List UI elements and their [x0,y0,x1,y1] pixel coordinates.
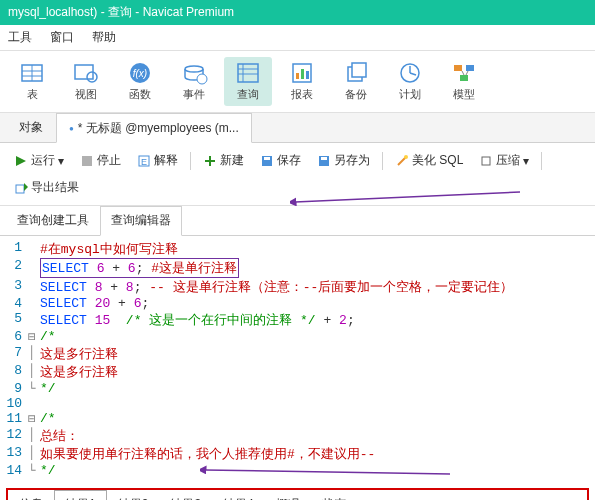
menu-bar: 工具 窗口 帮助 [0,25,595,51]
sql-editor[interactable]: 1 #在mysql中如何写注释 2 SELECT 6 + 6; #这是单行注释 … [0,236,595,482]
result-tab-4[interactable]: 结果4 [212,490,265,500]
menu-window[interactable]: 窗口 [50,29,74,46]
svg-line-27 [466,71,468,75]
svg-marker-42 [24,183,28,191]
svg-line-22 [410,73,416,75]
svg-marker-28 [16,156,26,166]
svg-point-8 [185,66,203,72]
beautify-button[interactable]: 美化 SQL [389,149,469,172]
backup-icon [342,61,370,85]
query-icon [234,61,262,85]
toolbar-backup[interactable]: 备份 [332,57,380,106]
toolbar-query[interactable]: 查询 [224,57,272,106]
result-tab-1[interactable]: 结果1 [54,490,107,500]
query-action-bar: 运行▾ 停止 E解释 新建 保存 另存为 美化 SQL 压缩▾ 导出结果 [0,143,595,206]
model-icon [450,61,478,85]
result-tab-3[interactable]: 结果3 [159,490,212,500]
toolbar-report[interactable]: 报表 [278,57,326,106]
save-button[interactable]: 保存 [254,149,307,172]
table-icon [18,61,46,85]
event-icon [180,61,208,85]
svg-rect-15 [296,73,299,79]
new-button[interactable]: 新建 [197,149,250,172]
tab-query-builder[interactable]: 查询创建工具 [6,206,100,235]
svg-rect-16 [301,69,304,79]
toolbar-function[interactable]: f(x) 函数 [116,57,164,106]
tab-query-editor[interactable]: 查询编辑器 [100,206,182,236]
tab-objects[interactable]: 对象 [6,113,56,142]
svg-rect-19 [352,63,366,77]
result-tab-2[interactable]: 结果2 [107,490,160,500]
result-tab-profile[interactable]: 概况 [265,490,311,500]
svg-rect-37 [321,157,327,160]
svg-rect-41 [16,185,24,193]
main-toolbar: 表 视图 f(x) 函数 事件 查询 报表 备份 计划 模型 [0,51,595,113]
result-tab-bar: 信息 结果1 结果2 结果3 结果4 概况 状态 [8,490,587,500]
svg-line-26 [462,71,464,75]
explain-icon: E [137,154,151,168]
svg-rect-25 [460,75,468,81]
tab-untitled[interactable]: ●* 无标题 @myemployees (m... [56,113,252,143]
plan-icon [396,61,424,85]
export-button[interactable]: 导出结果 [8,176,85,199]
result-tab-status[interactable]: 状态 [311,490,357,500]
svg-rect-29 [82,156,92,166]
wand-icon [395,154,409,168]
stop-icon [80,154,94,168]
svg-rect-23 [454,65,462,71]
toolbar-model[interactable]: 模型 [440,57,488,106]
run-button[interactable]: 运行▾ [8,149,70,172]
function-icon: f(x) [126,61,154,85]
report-icon [288,61,316,85]
result-tab-info[interactable]: 信息 [8,490,54,500]
menu-tools[interactable]: 工具 [8,29,32,46]
play-icon [14,154,28,168]
save-icon [260,154,274,168]
svg-rect-17 [306,71,309,79]
compress-icon [479,154,493,168]
svg-rect-24 [466,65,474,71]
toolbar-event[interactable]: 事件 [170,57,218,106]
saveas-icon [317,154,331,168]
minify-button[interactable]: 压缩▾ [473,149,535,172]
saveas-button[interactable]: 另存为 [311,149,376,172]
stop-button[interactable]: 停止 [74,149,127,172]
toolbar-plan[interactable]: 计划 [386,57,434,106]
export-icon [14,181,28,195]
explain-button[interactable]: E解释 [131,149,184,172]
svg-rect-40 [482,157,490,165]
svg-text:E: E [141,157,147,167]
svg-point-39 [404,155,408,159]
view-icon [72,61,100,85]
toolbar-view[interactable]: 视图 [62,57,110,106]
svg-point-9 [197,74,207,84]
toolbar-table[interactable]: 表 [8,57,56,106]
svg-rect-10 [238,64,258,82]
dot-icon: ● [69,124,74,133]
svg-point-5 [87,72,97,82]
results-panel: 信息 结果1 结果2 结果3 结果4 概况 状态 6 + 6 12 [6,488,589,500]
document-tab-bar: 对象 ●* 无标题 @myemployees (m... [0,113,595,143]
query-sub-tabs: 查询创建工具 查询编辑器 [0,206,595,236]
title-bar: mysql_localhost) - 查询 - Navicat Premium [0,0,595,25]
svg-rect-35 [264,157,270,160]
menu-help[interactable]: 帮助 [92,29,116,46]
svg-text:f(x): f(x) [133,68,147,79]
plus-icon [203,154,217,168]
